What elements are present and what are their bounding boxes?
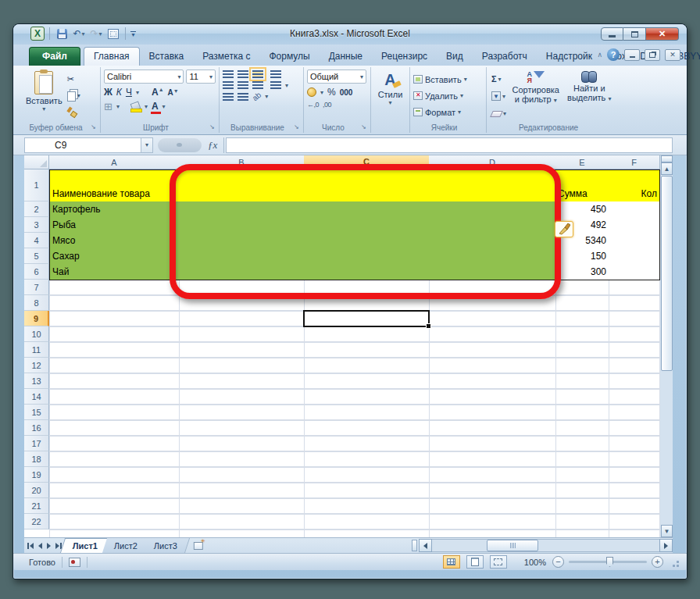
name-box-dropdown[interactable]: ▾ <box>141 137 153 153</box>
macro-record-icon[interactable] <box>69 558 80 567</box>
sheet-tab-Лист3[interactable]: Лист3 <box>142 538 190 553</box>
cell-E1[interactable]: Сумма <box>555 169 609 202</box>
formula-input[interactable] <box>226 137 673 153</box>
align-center-button[interactable] <box>238 81 248 89</box>
cell-E6[interactable]: 300 <box>555 264 609 280</box>
workbook-restore-button[interactable] <box>645 49 660 61</box>
row-header-17[interactable]: 17 <box>24 436 49 451</box>
selected-cell-C9[interactable] <box>303 310 430 327</box>
tab-3[interactable]: Разметка с <box>193 48 259 66</box>
cell-A3[interactable]: Рыба <box>49 217 180 234</box>
row-header-7[interactable]: 7 <box>24 280 49 295</box>
align-right-button[interactable] <box>252 81 263 89</box>
row-header-19[interactable]: 19 <box>24 467 49 483</box>
borders-button[interactable]: ⊞ <box>104 101 112 112</box>
row-header-13[interactable]: 13 <box>24 373 49 389</box>
currency-format-button[interactable] <box>307 87 316 97</box>
row-header-18[interactable]: 18 <box>24 451 49 467</box>
row-header-16[interactable]: 16 <box>24 420 49 436</box>
paste-button[interactable]: Вставить ▾ <box>23 70 66 120</box>
fill-button[interactable]: ▼▾ <box>490 89 508 103</box>
comma-format-button[interactable]: 000 <box>340 88 353 97</box>
row-header-14[interactable]: 14 <box>24 389 49 405</box>
row-header-2[interactable]: 2 <box>24 201 49 217</box>
zoom-slider-thumb[interactable] <box>606 557 613 567</box>
page-break-view-button[interactable] <box>490 555 507 569</box>
column-header-A[interactable]: A <box>49 155 180 169</box>
grow-font-button[interactable]: А▲ <box>152 87 164 98</box>
row-header-15[interactable]: 15 <box>24 405 49 420</box>
align-middle-button[interactable] <box>238 70 248 78</box>
cell-F1[interactable]: Кол <box>609 169 660 202</box>
first-sheet-button[interactable] <box>27 543 34 549</box>
font-color-button[interactable]: А <box>152 102 159 111</box>
align-left-button[interactable] <box>223 81 234 89</box>
minimize-button[interactable] <box>601 27 623 41</box>
tab-7[interactable]: Вид <box>437 48 473 66</box>
tab-1[interactable]: Главная <box>84 47 140 66</box>
cut-button[interactable]: ✂ <box>66 72 82 86</box>
row-header-11[interactable]: 11 <box>24 342 49 358</box>
increase-indent-button[interactable] <box>238 93 248 101</box>
alignment-dialog-launcher[interactable]: ↘ <box>294 123 302 131</box>
cell-F5[interactable] <box>609 248 660 265</box>
row-header-12[interactable]: 12 <box>24 358 49 373</box>
horizontal-scrollbar[interactable] <box>412 538 673 553</box>
row-header-10[interactable]: 10 <box>24 326 49 342</box>
insert-function-icon[interactable]: ƒx <box>206 139 223 152</box>
sort-filter-button[interactable]: АЯ Сортировкаи фильтр ▾ <box>508 70 563 120</box>
align-bottom-button[interactable] <box>252 70 263 78</box>
row-header-3[interactable]: 3 <box>24 217 49 233</box>
align-top-button[interactable] <box>223 70 234 78</box>
number-format-combo[interactable]: Общий▾ <box>307 70 366 84</box>
worksheet-grid[interactable]: ▲ ▼ ABCDEF123456789101112131415161718192… <box>24 155 673 537</box>
row-header-9[interactable]: 9 <box>24 311 49 326</box>
normal-view-button[interactable] <box>443 555 460 569</box>
merge-center-button[interactable] <box>270 81 281 89</box>
percent-format-button[interactable]: % <box>327 87 336 98</box>
autosum-button[interactable]: Σ▾ <box>490 72 508 86</box>
row-header-22[interactable]: 22 <box>24 514 49 529</box>
insert-cells-button[interactable]: Вставить▾ <box>413 72 483 87</box>
cell-A5[interactable]: Сахар <box>49 248 180 265</box>
format-cells-button[interactable]: Формат▾ <box>413 105 483 119</box>
row-header-20[interactable]: 20 <box>24 483 49 498</box>
row-header-4[interactable]: 4 <box>24 233 49 248</box>
cell-E5[interactable]: 150 <box>555 248 609 265</box>
cell-A2[interactable]: Картофель <box>49 201 180 218</box>
decrease-indent-button[interactable] <box>223 93 234 101</box>
delete-cells-button[interactable]: Удалить▾ <box>413 88 483 103</box>
styles-button[interactable]: А Стили ▾ <box>374 70 406 108</box>
prev-sheet-button[interactable] <box>38 543 42 549</box>
tab-file[interactable]: Файл <box>29 47 80 66</box>
formula-bar-handle[interactable] <box>158 138 202 152</box>
zoom-slider-track[interactable] <box>569 561 647 563</box>
tab-2[interactable]: Вставка <box>140 48 194 66</box>
clipboard-dialog-launcher[interactable]: ↘ <box>91 123 98 131</box>
vertical-scroll-thumb[interactable] <box>661 176 673 371</box>
row-header-21[interactable]: 21 <box>24 498 49 514</box>
collapse-ribbon-icon[interactable]: ∧ <box>597 51 602 59</box>
scroll-left-button[interactable] <box>419 539 432 552</box>
underline-button[interactable]: Ч <box>126 87 132 98</box>
fill-color-button[interactable] <box>130 102 141 111</box>
page-layout-view-button[interactable] <box>466 555 484 569</box>
tab-8[interactable]: Разработч <box>473 48 537 66</box>
scroll-right-button[interactable] <box>659 539 673 552</box>
maximize-button[interactable] <box>623 27 646 41</box>
tab-6[interactable]: Рецензирс <box>372 48 437 66</box>
scroll-up-button[interactable]: ▲ <box>661 162 673 175</box>
column-header-F[interactable]: F <box>609 155 660 169</box>
split-handle[interactable] <box>661 155 673 162</box>
row-header-5[interactable]: 5 <box>24 248 49 264</box>
italic-button[interactable]: К <box>116 87 122 98</box>
cell-F2[interactable] <box>609 201 660 218</box>
help-icon[interactable]: ? <box>607 48 620 61</box>
vertical-scrollbar[interactable]: ▲ ▼ <box>659 155 673 537</box>
zoom-out-button[interactable]: − <box>552 556 564 568</box>
tab-5[interactable]: Данные <box>320 48 372 66</box>
resize-grip[interactable] <box>670 558 679 567</box>
font-dialog-launcher[interactable]: ↘ <box>209 123 217 131</box>
zoom-in-button[interactable]: + <box>652 556 663 568</box>
insert-worksheet-tab[interactable] <box>185 538 212 553</box>
